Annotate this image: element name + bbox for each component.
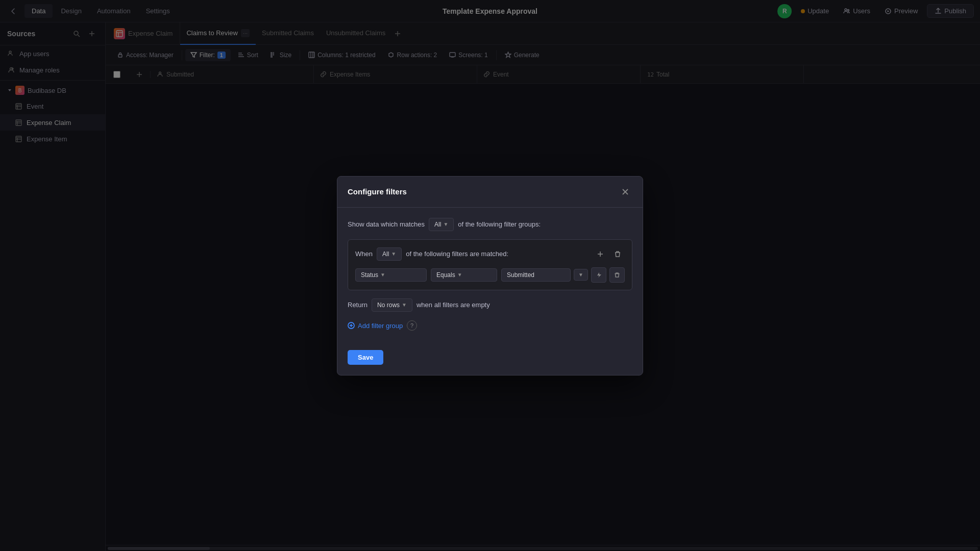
modal-close-button[interactable] (618, 185, 632, 199)
add-filter-group-button[interactable]: Add filter group (348, 320, 403, 332)
filter-value-input[interactable]: Submitted (501, 268, 571, 282)
filter-when-row: When All ▼ of the following filters are … (355, 247, 508, 261)
field-chevron-icon: ▼ (380, 272, 385, 278)
operator-select-value: Equals (436, 271, 455, 279)
add-filter-group-icon (348, 322, 355, 329)
trash-condition-icon (614, 272, 620, 278)
field-select-value: Status (361, 271, 378, 279)
empty-filters-label: when all filters are empty (416, 301, 490, 309)
modal-overlay: Configure filters Show data which matche… (0, 0, 980, 551)
filter-value-row: Submitted ▼ (501, 267, 625, 283)
filter-condition-row: Status ▼ Equals ▼ Submitted ▼ (355, 267, 625, 283)
add-filter-icon (597, 251, 604, 258)
when-select-value: All (382, 251, 389, 258)
show-data-row: Show data which matches All ▼ of the fol… (348, 218, 632, 231)
close-icon (622, 188, 629, 195)
filter-group-actions (593, 247, 625, 261)
filter-group-header: When All ▼ of the following filters are … (355, 247, 625, 261)
return-select[interactable]: No rows ▼ (372, 298, 412, 312)
when-label: When (355, 250, 373, 258)
return-select-value: No rows (377, 302, 400, 309)
trash-icon (614, 251, 621, 258)
filter-groups-suffix: of the following filter groups: (458, 220, 541, 228)
lightning-icon (596, 272, 602, 278)
modal-title: Configure filters (348, 187, 407, 196)
help-icon[interactable]: ? (407, 320, 417, 331)
modal-footer: Save (337, 350, 643, 375)
value-chevron-icon: ▼ (578, 272, 583, 278)
show-data-label: Show data which matches (348, 220, 425, 228)
match-select-value: All (434, 221, 441, 228)
operator-select[interactable]: Equals ▼ (431, 268, 497, 282)
match-select[interactable]: All ▼ (429, 218, 454, 231)
when-select[interactable]: All ▼ (377, 247, 402, 261)
match-chevron-icon: ▼ (443, 221, 448, 227)
configure-filters-modal: Configure filters Show data which matche… (337, 176, 643, 375)
delete-filter-group-button[interactable] (610, 247, 625, 261)
field-select[interactable]: Status ▼ (355, 268, 427, 282)
filter-value-chevron[interactable]: ▼ (574, 269, 588, 281)
when-chevron-icon: ▼ (391, 251, 396, 257)
delete-condition-button[interactable] (609, 267, 625, 283)
operator-chevron-icon: ▼ (457, 272, 462, 278)
save-button[interactable]: Save (348, 350, 383, 365)
modal-header: Configure filters (337, 177, 643, 208)
modal-body: Show data which matches All ▼ of the fol… (337, 208, 643, 350)
filters-suffix: of the following filters are matched: (406, 250, 508, 258)
add-filter-button[interactable] (593, 247, 607, 261)
filter-lightning-button[interactable] (591, 267, 606, 283)
return-chevron-icon: ▼ (402, 302, 407, 308)
return-label: Return (348, 301, 368, 309)
add-filter-group-label: Add filter group (358, 322, 403, 330)
return-row: Return No rows ▼ when all filters are em… (348, 298, 632, 312)
add-filter-group-row: Add filter group ? (348, 320, 632, 332)
filter-group-box: When All ▼ of the following filters are … (348, 239, 632, 290)
